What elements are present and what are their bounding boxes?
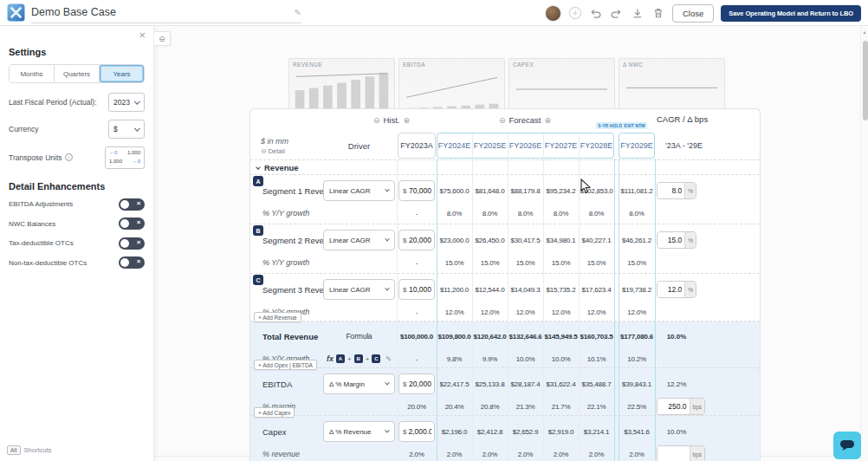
cell-value: 8.0% bbox=[579, 210, 614, 218]
capex-chart-card: CAPEX bbox=[508, 58, 615, 115]
expand-hist-icon[interactable]: ⊕ bbox=[404, 116, 411, 125]
ebitda-chart-title: EBITDA bbox=[403, 62, 501, 68]
total-revenue-block: Total Revenue Formula $100,000.0 $109,80… bbox=[250, 321, 760, 368]
cell-value: - bbox=[397, 259, 437, 267]
capex-bps-input: bps bbox=[657, 445, 705, 461]
segment3-driver-select[interactable]: Linear CAGR bbox=[323, 279, 395, 300]
segment3-input: $ bbox=[398, 279, 435, 300]
section-revenue-label: Revenue bbox=[264, 163, 299, 172]
segment2-amount-input[interactable] bbox=[408, 236, 434, 244]
cell-value: 12.0% bbox=[437, 308, 472, 316]
undo-icon[interactable] bbox=[589, 6, 603, 20]
formula-editor[interactable]: fx A + B + C ✎ bbox=[321, 354, 397, 363]
toggle-tax-deductible-otcs[interactable]: × bbox=[119, 237, 145, 250]
redo-icon[interactable] bbox=[610, 6, 624, 20]
detail-toggle[interactable]: ⊖Detail bbox=[261, 147, 321, 155]
segment1-cagr-field[interactable] bbox=[657, 183, 684, 198]
model-title: Demo Base Case bbox=[31, 6, 295, 18]
edit-formula-icon[interactable]: ✎ bbox=[385, 355, 392, 363]
capex-chart-title: CAPEX bbox=[513, 62, 611, 68]
segment3-cagr-field[interactable] bbox=[657, 282, 684, 297]
capex-bps-field[interactable] bbox=[657, 446, 690, 461]
cell-value: 15.0% bbox=[619, 259, 655, 267]
section-revenue[interactable]: Revenue bbox=[250, 160, 760, 175]
add-revenue-button[interactable]: + Add Revenue bbox=[254, 312, 301, 322]
collapse-hist-icon[interactable]: ⊖ bbox=[373, 116, 380, 125]
column-header-fy2023a[interactable]: FY2023A bbox=[398, 133, 436, 159]
segment1-label: Segment 1 Revenue bbox=[250, 186, 321, 196]
capex-driver-select[interactable]: Δ % Revenue bbox=[323, 421, 395, 442]
toggle-ebitda-adjustments[interactable]: × bbox=[119, 198, 145, 211]
model-title-field[interactable]: Demo Base Case ✎ bbox=[31, 3, 301, 23]
download-icon[interactable] bbox=[631, 6, 645, 20]
edit-title-icon[interactable]: ✎ bbox=[295, 8, 301, 17]
segment1-driver-select[interactable]: Linear CAGR bbox=[323, 180, 395, 201]
cell-value: $23,000.0 bbox=[437, 237, 472, 244]
column-header-fy2025e[interactable]: FY2025E bbox=[472, 141, 508, 150]
cell-value: 2.0% bbox=[579, 451, 614, 458]
cell-value: 9.8% bbox=[437, 355, 472, 363]
tab-years[interactable]: Years bbox=[100, 65, 144, 82]
scroll-up-arrow[interactable]: ▲ bbox=[863, 29, 867, 35]
tab-months[interactable]: Months bbox=[10, 65, 55, 82]
cell-value: $177,080.6 bbox=[619, 333, 655, 341]
cell-value: $15,735.2 bbox=[543, 286, 579, 294]
add-opex-ebitda-button[interactable]: + Add Opex | EBITDA bbox=[254, 360, 317, 370]
column-header-fy2026e[interactable]: FY2026E bbox=[508, 141, 543, 150]
currency-select[interactable]: $ bbox=[108, 120, 145, 139]
capex-cagr: 10.0% bbox=[657, 428, 696, 436]
chat-button[interactable] bbox=[833, 432, 861, 459]
revenue-chart-card: REVENUE bbox=[288, 58, 395, 115]
segment1-input: $ bbox=[398, 180, 435, 201]
segment3-amount-input[interactable] bbox=[408, 285, 434, 294]
close-panel-icon[interactable]: × bbox=[139, 29, 146, 41]
cell-value: 8.0% bbox=[437, 210, 472, 218]
collapse-forecast-icon[interactable]: ⊖ bbox=[499, 116, 506, 125]
toggle-non-tax-deductible-otcs[interactable]: × bbox=[119, 256, 145, 269]
segment1-cagr-input: % bbox=[657, 182, 696, 199]
cell-value: $34,980.1 bbox=[543, 237, 579, 244]
cell-value: $35,488.7 bbox=[579, 380, 614, 388]
cell-value: $102,853.0 bbox=[579, 187, 614, 195]
column-header-fy2028e[interactable]: FY2028E bbox=[579, 141, 614, 150]
ebitda-driver-select[interactable]: Δ % Margin bbox=[323, 373, 395, 394]
collapse-panel-handle[interactable]: ⊖ bbox=[154, 31, 171, 46]
cell-value: $3,214.1 bbox=[579, 428, 614, 436]
fiscal-period-select[interactable]: 2023 bbox=[108, 93, 145, 112]
segment1-block: A Segment 1 Revenue Linear CAGR $ $75,60… bbox=[250, 175, 760, 224]
fiscal-period-value: 2023 bbox=[113, 98, 130, 107]
segment2-driver-select[interactable]: Linear CAGR bbox=[323, 230, 395, 250]
user-avatar[interactable] bbox=[545, 5, 561, 22]
segment2-cagr-field[interactable] bbox=[657, 232, 684, 248]
cell-value: 20.8% bbox=[472, 403, 508, 411]
ebitda-amount-input[interactable] bbox=[408, 380, 434, 388]
capex-label: Capex bbox=[250, 427, 321, 437]
toggle-nwc-balances[interactable]: × bbox=[119, 218, 145, 230]
vertical-scrollbar: ▲ bbox=[860, 26, 868, 461]
ebitda-bps-field[interactable] bbox=[657, 399, 690, 414]
alt-key-badge: Alt bbox=[7, 445, 21, 455]
scrollbar-thumb[interactable] bbox=[863, 41, 868, 120]
chevron-down-icon bbox=[256, 165, 261, 170]
column-header-fy2027e[interactable]: FY2027E bbox=[543, 141, 579, 150]
cagr-header: CAGR / Δ bps bbox=[657, 114, 708, 124]
close-button[interactable]: Close bbox=[672, 4, 714, 23]
tab-quarters[interactable]: Quarters bbox=[55, 65, 100, 82]
cell-value: $40,227.1 bbox=[579, 237, 614, 244]
capex-amount-input[interactable] bbox=[408, 427, 434, 436]
column-header-fy2024e[interactable]: FY2024E bbox=[437, 141, 472, 150]
toggle-label-nwc-balances: NWC Balances bbox=[9, 220, 55, 228]
delete-icon[interactable] bbox=[651, 6, 665, 20]
segment1-amount-input[interactable] bbox=[408, 186, 434, 195]
add-user-icon[interactable] bbox=[568, 6, 582, 20]
add-capex-button[interactable]: + Add Capex bbox=[254, 407, 295, 418]
formula-badge-b: B bbox=[354, 354, 363, 363]
expand-forecast-icon[interactable]: ⊕ bbox=[544, 116, 551, 125]
chevron-down-icon bbox=[385, 428, 390, 433]
cell-value: 12.0% bbox=[619, 308, 655, 316]
cell-value: $22,417.5 bbox=[437, 380, 472, 388]
column-header-fy2029e[interactable]: FY2029E bbox=[619, 141, 655, 150]
transpose-units-button[interactable]: ←01,000 1,000→0 bbox=[105, 146, 145, 169]
chevron-down-icon bbox=[385, 237, 390, 242]
save-operating-model-button[interactable]: Save Operating Model and Return to LBO bbox=[721, 5, 861, 22]
